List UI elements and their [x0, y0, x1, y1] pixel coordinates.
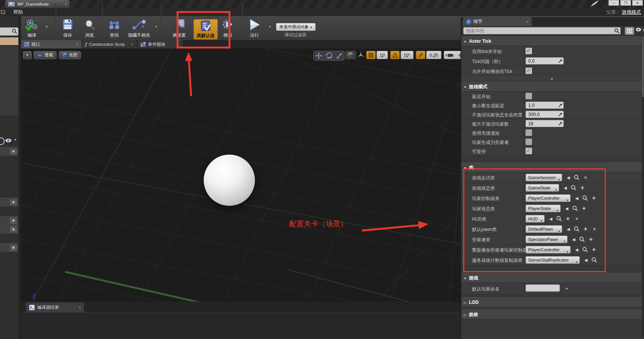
use-selected-icon[interactable] [565, 226, 571, 232]
play-options-caret-icon[interactable] [268, 25, 271, 29]
window-tab-close-icon[interactable] [65, 2, 67, 6]
compile-button[interactable]: 编译 [21, 18, 42, 38]
save-button[interactable]: 保存 [58, 18, 77, 38]
class-dropdown[interactable]: PlayerState [526, 205, 561, 212]
move-tool-icon[interactable] [315, 52, 322, 59]
rotate-tool-icon[interactable] [326, 52, 333, 59]
class-dropdown[interactable]: ServerStatReplicator [526, 256, 580, 264]
tab-close-icon[interactable] [79, 305, 81, 310]
create-new-icon[interactable] [581, 205, 587, 211]
checkbox-checked[interactable] [526, 148, 532, 154]
use-selected-icon[interactable] [562, 185, 568, 191]
use-selected-icon[interactable] [548, 216, 554, 222]
menu-window[interactable]: 窗口 [0, 9, 6, 16]
sidebar-search-input[interactable] [0, 27, 18, 36]
create-new-icon[interactable] [591, 195, 597, 201]
hide-unrelated-button[interactable]: 隐藏不相关 [125, 18, 153, 38]
simulate-button[interactable]: 模拟 [219, 18, 237, 38]
number-input[interactable]: 300.0 [526, 111, 564, 118]
use-selected-icon[interactable] [571, 236, 577, 242]
use-selected-icon[interactable] [565, 174, 571, 181]
use-selected-icon[interactable] [574, 247, 580, 253]
panel-divider[interactable] [18, 16, 21, 339]
viewport-3d[interactable]: ▼ 透视 光照 [21, 48, 461, 302]
browse-asset-icon[interactable] [574, 174, 580, 181]
use-selected-icon[interactable] [574, 195, 580, 201]
tab-event-graph[interactable]: 事件图表 [138, 40, 183, 48]
tab-close-icon[interactable] [131, 42, 133, 47]
checkbox-unchecked[interactable] [526, 93, 532, 99]
browse-asset-icon[interactable] [556, 216, 562, 222]
class-dropdown[interactable]: PlayerController [526, 246, 571, 253]
tab-viewport[interactable]: 视口 [21, 40, 81, 48]
text-input[interactable] [526, 284, 560, 292]
browse-asset-icon[interactable] [574, 226, 580, 232]
grid-snap-toggle[interactable] [366, 51, 376, 59]
parent-class-value[interactable]: 游戏模式 [622, 10, 641, 15]
create-new-icon[interactable] [582, 226, 589, 232]
class-dropdown[interactable]: PlayerController [526, 194, 571, 202]
class-dropdown[interactable]: GameState [526, 184, 559, 192]
find-button[interactable]: 查找 [105, 18, 124, 38]
use-selected-icon[interactable] [583, 257, 589, 263]
tab-construction-script[interactable]: f Construction Scrip [82, 40, 136, 48]
create-new-icon[interactable] [588, 236, 594, 242]
viewport-options-button[interactable]: ▼ [23, 51, 32, 59]
clear-icon[interactable] [582, 174, 589, 181]
checkbox-checked[interactable] [526, 48, 532, 54]
perspective-button[interactable]: 透视 [34, 51, 57, 59]
scale-tool-icon[interactable] [336, 52, 343, 59]
class-dropdown[interactable]: HUD [526, 215, 545, 223]
close-button[interactable]: ✕ [632, 0, 643, 6]
surface-snap-button[interactable] [346, 51, 356, 59]
class-dropdown[interactable]: GameSession [526, 174, 562, 181]
add-button[interactable] [10, 245, 17, 251]
number-input[interactable]: 0.0 [526, 57, 564, 65]
property-matrix-button[interactable] [625, 27, 634, 35]
restore-button[interactable]: ❐ [620, 0, 631, 6]
menu-help[interactable]: 帮助 [13, 9, 23, 16]
browse-asset-icon[interactable] [591, 257, 597, 263]
browse-asset-icon[interactable] [582, 247, 588, 253]
minimize-button[interactable]: ─ [608, 0, 619, 6]
number-input[interactable]: 16 [526, 120, 564, 127]
add-button[interactable] [10, 226, 17, 232]
compile-options-caret-icon[interactable] [45, 25, 48, 29]
tab-close-icon[interactable] [76, 42, 78, 47]
use-selected-icon[interactable] [564, 205, 570, 211]
details-scrollbar[interactable] [642, 36, 644, 338]
browse-asset-icon[interactable] [582, 195, 588, 201]
section-game[interactable]: ▼游戏 [461, 273, 642, 283]
sphere-mesh[interactable] [204, 155, 255, 206]
clear-icon[interactable] [574, 216, 580, 222]
create-new-icon[interactable] [565, 216, 571, 222]
local-space-icon[interactable] [357, 52, 364, 58]
checkbox-unchecked[interactable] [526, 139, 532, 145]
browse-button[interactable]: 浏览 [79, 18, 99, 38]
number-input[interactable]: 1.0 [526, 102, 564, 109]
section-lod-collapsed[interactable]: ▷LOD [461, 297, 642, 307]
play-button[interactable]: 运行 [245, 18, 264, 38]
browse-asset-icon[interactable] [579, 236, 585, 242]
class-dropdown[interactable]: SpectatorPawn [526, 236, 568, 243]
checkbox-unchecked[interactable] [526, 129, 532, 136]
checkbox-checked[interactable] [526, 68, 532, 74]
view-options-caret-icon[interactable]: ▼ [14, 138, 17, 142]
browse-asset-icon[interactable] [571, 185, 577, 191]
eye-icon[interactable] [5, 138, 12, 143]
add-button[interactable] [10, 149, 17, 155]
section-actor-tick[interactable]: ▼Actor Tick [461, 36, 642, 46]
scale-snap-toggle[interactable] [416, 51, 425, 59]
browse-asset-icon[interactable] [572, 205, 578, 211]
section-classes[interactable]: ▼类 [461, 163, 642, 173]
grid-snap-value[interactable]: 10 [376, 51, 388, 59]
clear-icon[interactable] [591, 226, 597, 232]
lit-mode-button[interactable]: 光照 [59, 51, 81, 59]
display-filter-button[interactable]: ▼ [636, 27, 644, 34]
advanced-expander[interactable] [461, 76, 642, 81]
create-new-icon[interactable] [591, 247, 597, 253]
window-tab-bp-gamemode[interactable]: BP_GameMode [5, 0, 70, 8]
details-search-input[interactable] [463, 27, 621, 34]
tab-close-icon[interactable] [526, 19, 529, 24]
scale-snap-value[interactable]: 0.25 [426, 51, 441, 59]
